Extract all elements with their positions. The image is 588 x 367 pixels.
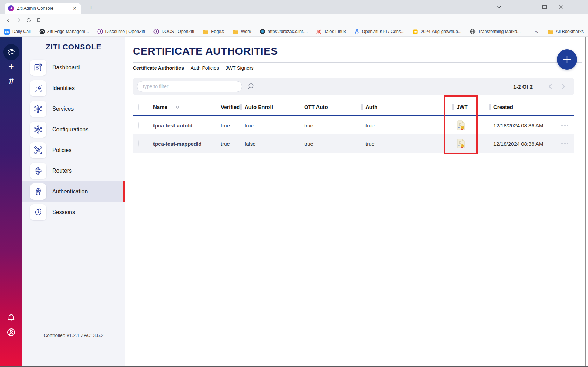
minimize-button[interactable] (523, 2, 534, 12)
row-actions-menu-icon[interactable] (556, 125, 574, 126)
bookmark-brozac[interactable]: https://brozac.clint.... (260, 29, 308, 34)
bookmark-flag-icon[interactable] (34, 16, 43, 25)
sidebar: ZITI CONSOLE Dashboard (22, 37, 125, 367)
ca-auth: true (361, 141, 452, 147)
column-header-auth[interactable]: Auth (361, 104, 452, 110)
table-row[interactable]: tpca-test-autoId true true true true (133, 116, 574, 134)
zoom-icon: zm (4, 29, 10, 35)
folder-icon (233, 29, 239, 34)
site-favicon-icon (260, 29, 265, 34)
row-checkbox[interactable] (138, 140, 139, 147)
bookmark-talos-linux[interactable]: Talos Linux (316, 29, 346, 34)
ziti-console-app: + # ZITI CONSOLE (0, 37, 588, 367)
sidebar-item-routers[interactable]: Routers (22, 160, 125, 181)
bookmark-discourse-openziti[interactable]: Discourse | OpenZiti (97, 29, 145, 34)
sidebar-item-authentication[interactable]: Authentication (22, 181, 125, 202)
row-checkbox[interactable] (138, 122, 139, 129)
ca-created: 12/18/2024 08:36 AM (489, 123, 556, 129)
bookmark-openziti-kpi[interactable]: OpenZiti KPI › Cens... (354, 29, 405, 34)
browser-tab[interactable]: Ziti Admin Console ✕ (5, 3, 81, 14)
column-header-verified[interactable]: Verified (217, 104, 240, 110)
column-header-auto-enroll[interactable]: Auto Enroll (240, 104, 300, 110)
bookmarks-right-cluster: » All Bookmarks (535, 27, 584, 36)
ca-auth: true (361, 123, 452, 129)
bookmarks-overflow-icon[interactable]: » (535, 29, 537, 35)
scrollbar-edge[interactable] (585, 37, 586, 367)
sidebar-item-dashboard[interactable]: Dashboard (22, 57, 125, 78)
browser-toolbar: https://ctrl.cdaws.clint.demo.openziti.o… (0, 14, 588, 27)
ca-name: tpca-test-autoId (151, 123, 217, 129)
globe-icon (470, 29, 476, 34)
column-header-ott-auto[interactable]: OTT Auto (300, 104, 361, 110)
tab-search-icon[interactable] (494, 2, 504, 12)
tab-certificate-authorities[interactable]: Certificate Authorities (133, 65, 184, 71)
column-separator (217, 104, 218, 110)
maximize-button[interactable] (539, 2, 550, 12)
ziti-logo-icon[interactable] (3, 44, 19, 60)
sidebar-item-policies[interactable]: Policies (22, 140, 125, 160)
talos-icon (316, 29, 321, 34)
bookmarks-divider (542, 28, 542, 35)
ca-verified: true (217, 141, 240, 147)
console-title: ZITI CONSOLE (22, 43, 125, 51)
new-tab-button[interactable]: + (87, 4, 96, 13)
header-divider (133, 115, 574, 116)
folder-icon (547, 29, 553, 34)
all-bookmarks-button[interactable]: All Bookmarks (547, 29, 584, 34)
pagination-label: 1-2 Of 2 (513, 84, 533, 90)
column-separator (361, 104, 363, 110)
hash-icon[interactable]: # (0, 76, 22, 86)
blue-avatar-icon (354, 29, 360, 34)
filter-input[interactable] (137, 81, 242, 92)
ca-auto-enroll: true (240, 123, 300, 129)
dashboard-icon (30, 60, 46, 76)
sidebar-nav: Dashboard Identities (22, 57, 125, 222)
version-footer: Controller: v1.2.1 ZAC: 3.6.2 (22, 333, 125, 338)
page-previous-icon[interactable] (544, 83, 557, 90)
sidebar-item-sessions[interactable]: Sessions (22, 202, 125, 222)
select-all-checkbox[interactable] (138, 104, 139, 110)
bookmark-daily-call[interactable]: zm Daily Call (4, 29, 31, 35)
close-window-button[interactable] (555, 2, 566, 12)
page-tabs: Certificate Authorities Auth Policies JW… (133, 65, 254, 71)
notifications-bell-icon[interactable] (6, 313, 16, 323)
filter-bar: 1-2 Of 2 (133, 78, 574, 95)
tab-auth-policies[interactable]: Auth Policies (191, 65, 219, 71)
tab-jwt-signers[interactable]: JWT Signers (226, 65, 254, 71)
profile-person-icon[interactable] (6, 327, 16, 337)
tab-close-icon[interactable]: ✕ (72, 6, 77, 11)
sidebar-item-configurations[interactable]: Configurations (22, 119, 125, 140)
bookmark-ziti-edge[interactable]: Ziti Edge Managem... (39, 29, 89, 34)
reload-icon[interactable] (24, 16, 33, 25)
add-icon[interactable]: + (0, 61, 22, 72)
clock-icon (30, 204, 46, 220)
sidebar-item-identities[interactable]: Identities (22, 78, 125, 98)
bookmark-2024-aug-growth[interactable]: 2024-Aug-growth.p... (413, 29, 461, 34)
ca-auto-enroll: false (240, 141, 300, 147)
award-badge-icon (30, 184, 46, 200)
forward-icon[interactable] (14, 16, 23, 25)
bookmark-transforming-markdown[interactable]: Transforming Markd... (470, 29, 521, 34)
network-hub-gear-icon (30, 122, 46, 138)
openziti-bolt-icon (153, 29, 159, 34)
sidebar-item-services[interactable]: Services (22, 98, 125, 119)
table-row[interactable]: tpca-test-mappedId true false true true (133, 134, 574, 153)
page-next-icon[interactable] (557, 83, 570, 90)
row-actions-menu-icon[interactable] (556, 143, 574, 144)
page-title: CERTIFICATE AUTHORITIES (133, 45, 278, 57)
search-icon[interactable] (246, 82, 255, 91)
ca-ott-auto: true (300, 123, 361, 129)
add-certificate-authority-button[interactable] (557, 49, 577, 70)
fingerprint-icon (30, 80, 46, 96)
bookmark-docs-openziti[interactable]: DOCS | OpenZiti (153, 29, 194, 34)
column-header-name[interactable]: Name (151, 104, 217, 110)
table-header: Name Verified Auto Enroll OTT Auto Auth … (133, 99, 574, 115)
browser-tab-strip: Ziti Admin Console ✕ + (0, 0, 588, 14)
tab-title: Ziti Admin Console (17, 6, 69, 11)
back-icon[interactable] (4, 16, 13, 25)
router-icon (30, 163, 46, 179)
bookmark-folder-edgex[interactable]: EdgeX (203, 29, 224, 34)
bookmark-folder-work[interactable]: Work (233, 29, 251, 34)
column-header-created[interactable]: Created (489, 104, 556, 110)
sort-chevron-icon[interactable] (175, 106, 180, 109)
